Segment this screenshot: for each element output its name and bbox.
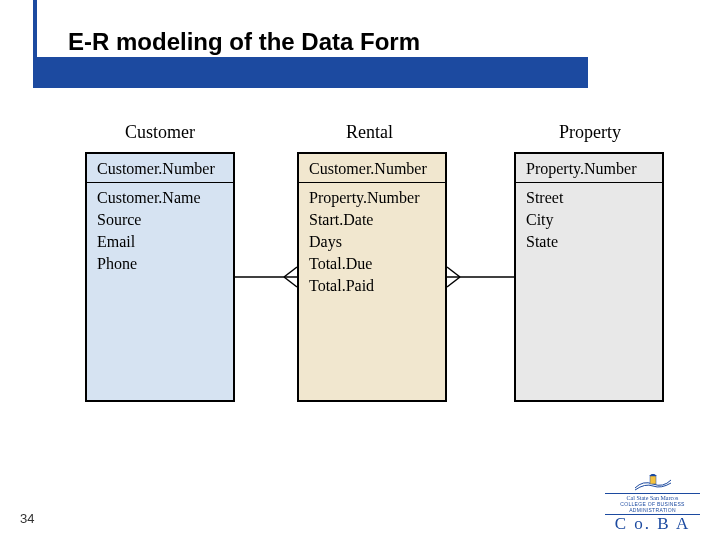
slide-title: E-R modeling of the Data Form [68,28,420,56]
entity-box-rental: Customer.Number Property.Number Start.Da… [297,152,447,402]
page-number: 34 [20,511,34,526]
entity-title-customer: Customer [125,122,195,143]
entity-title-rental: Rental [346,122,393,143]
svg-marker-9 [649,474,657,476]
entity-box-property: Property.Number Street City State [514,152,664,402]
logo-text-college: COLLEGE OF BUSINESS ADMINISTRATION [605,501,700,515]
logo-text-coba: C o. B A [605,515,700,532]
attr-field: Property.Number [299,187,445,209]
pk-field: Customer.Number [299,154,445,183]
logo-mark-icon [633,474,673,492]
attr-field: Phone [87,253,233,275]
attr-field: Start.Date [299,209,445,231]
title-bar [33,57,588,88]
attr-field: State [516,231,662,253]
attr-field: Customer.Name [87,187,233,209]
entity-box-customer: Customer.Number Customer.Name Source Ema… [85,152,235,402]
pk-field: Property.Number [516,154,662,183]
svg-line-7 [447,277,460,287]
logo-text-university: Cal State San Marcos [605,493,700,501]
svg-line-5 [447,267,460,277]
entity-title-property: Property [559,122,621,143]
svg-rect-8 [650,476,656,484]
svg-line-3 [284,277,297,287]
svg-line-1 [284,267,297,277]
attr-field: Source [87,209,233,231]
attr-field: Email [87,231,233,253]
pk-field: Customer.Number [87,154,233,183]
attr-field: Total.Due [299,253,445,275]
attr-field: Total.Paid [299,275,445,297]
attr-field: Street [516,187,662,209]
attr-field: Days [299,231,445,253]
institution-logo: Cal State San Marcos COLLEGE OF BUSINESS… [605,474,700,532]
attr-field: City [516,209,662,231]
